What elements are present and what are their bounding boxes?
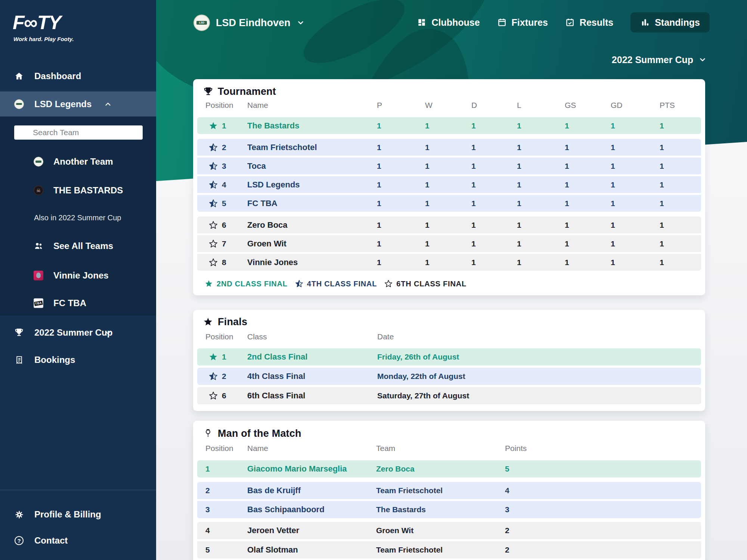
finals-row[interactable]: 66th Class FinalSaturday, 27th of August [197, 387, 701, 404]
finals-card-title: Finals [203, 316, 247, 328]
another-team-crest-icon [34, 157, 43, 167]
column-header: Points [505, 444, 527, 453]
tournament-row[interactable]: 8Vinnie Jones1111111 [197, 254, 701, 271]
help-icon: ? [14, 536, 24, 545]
final-class-cell: 4th Class Final [247, 368, 305, 385]
position-cell: 5 [222, 195, 226, 212]
stat-cell: 1 [377, 254, 381, 271]
sidebar-item-contact[interactable]: ? Contact [0, 531, 156, 550]
finals-row[interactable]: 24th Class FinalMonday, 22th of August [197, 368, 701, 385]
stat-cell: 1 [425, 117, 430, 134]
sidebar-item-bookings[interactable]: Bookings [0, 350, 156, 370]
column-header: Name [247, 101, 268, 110]
stat-cell: 1 [611, 217, 615, 233]
season-selector[interactable]: 2022 Summer Cup [612, 54, 707, 66]
class-star [209, 195, 218, 212]
sidebar-item-summer-cup[interactable]: 2022 Summer Cup [0, 323, 156, 342]
star-half-icon [209, 372, 218, 381]
column-header: Name [247, 444, 268, 453]
column-header: Team [376, 444, 395, 453]
motm-header-row: PositionNameTeamPoints [193, 444, 705, 455]
stat-cell: 1 [377, 117, 381, 134]
class-star [209, 176, 218, 193]
motm-row[interactable]: 4Jeroen VetterGroen Wit2 [197, 522, 701, 539]
final-date-cell: Friday, 26th of August [377, 348, 459, 365]
stat-cell: 1 [377, 139, 381, 156]
player-team-cell: Team Frietschotel [376, 482, 443, 499]
chevron-down-icon [104, 329, 112, 337]
stat-cell: 1 [425, 235, 430, 252]
nav-clubhouse[interactable]: Clubhouse [417, 12, 480, 32]
stat-cell: 1 [377, 235, 381, 252]
class-star [209, 117, 218, 134]
tournament-row[interactable]: 3Toca1111111 [197, 158, 701, 174]
sidebar-item-lsd-legends[interactable]: LSD Legends [0, 91, 156, 116]
lsd-legends-crest-icon [14, 99, 24, 109]
motm-row[interactable]: 5Olaf SlotmanTeam Frietschotel2 [197, 541, 701, 559]
sidebar-team-vinnie-jones[interactable]: Vinnie Jones [0, 267, 156, 284]
stat-cell: 1 [660, 158, 664, 174]
position-cell: 3 [205, 501, 210, 518]
tournament-row[interactable]: 4LSD Legends1111111 [197, 176, 701, 193]
stat-cell: 1 [660, 139, 664, 156]
motm-card-title: Man of the Match [203, 428, 301, 439]
star-half-icon [209, 199, 218, 208]
column-header: Position [205, 332, 233, 341]
stat-cell: 1 [565, 254, 569, 271]
app-logo: F∞TY [13, 11, 61, 34]
final-date-cell: Monday, 22th of August [377, 368, 465, 385]
search-team-input[interactable] [14, 125, 143, 140]
team-name-cell: The Bastards [247, 117, 299, 134]
finals-row[interactable]: 12nd Class FinalFriday, 26th of August [197, 348, 701, 365]
points-cell: 5 [505, 460, 509, 477]
sidebar-team-the-bastards[interactable]: ☠ THE BASTARDS [0, 181, 156, 199]
stat-cell: 1 [565, 235, 569, 252]
player-name-cell: Giacomo Mario Marseglia [247, 460, 347, 477]
class-star [209, 387, 218, 404]
legend-label: 2ND CLASS FINAL [217, 280, 288, 288]
sidebar-see-all-teams[interactable]: See All Teams [0, 237, 156, 255]
position-cell: 1 [222, 117, 226, 134]
stat-cell: 1 [425, 217, 430, 233]
stat-cell: 1 [611, 195, 615, 212]
star-outline-icon [209, 391, 218, 400]
motm-row[interactable]: 3Bas SchipaanboordThe Bastards3 [197, 501, 701, 518]
tournament-row[interactable]: 5FC TBA1111111 [197, 195, 701, 212]
sidebar-team-fc-tba[interactable]: TBA FC TBA [0, 294, 156, 312]
grid-icon [417, 18, 427, 27]
stat-cell: 1 [660, 235, 664, 252]
legend-item: 6TH CLASS FINAL [384, 280, 467, 288]
class-star [209, 254, 218, 271]
position-cell: 2 [205, 482, 210, 499]
nav-results[interactable]: Results [565, 12, 613, 32]
tournament-row[interactable]: 7Groen Wit1111111 [197, 235, 701, 252]
position-cell: 6 [222, 217, 226, 233]
player-name-cell: Jeroen Vetter [247, 522, 299, 539]
stat-cell: 1 [565, 176, 569, 193]
sidebar-team-another-team[interactable]: Another Team [0, 153, 156, 171]
stat-cell: 1 [425, 195, 430, 212]
player-team-cell: Zero Boca [376, 460, 415, 477]
class-star [209, 235, 218, 252]
sidebar-item-profile-billing[interactable]: Profile & Billing [0, 505, 156, 524]
nav-standings[interactable]: Standings [630, 12, 710, 32]
star-outline-icon [209, 221, 218, 230]
tournament-row[interactable]: 6Zero Boca1111111 [197, 217, 701, 233]
sidebar-item-dashboard[interactable]: Dashboard [0, 66, 156, 86]
fc-tba-crest-icon: TBA [34, 298, 43, 308]
tournament-row[interactable]: 2Team Frietschotel1111111 [197, 139, 701, 156]
final-class-cell: 6th Class Final [247, 387, 305, 404]
motm-row[interactable]: 1Giacomo Mario MarsegliaZero Boca5 [197, 460, 701, 477]
stat-cell: 1 [377, 176, 381, 193]
nav-fixtures[interactable]: Fixtures [497, 12, 548, 32]
club-selector[interactable]: LSD LSD Eindhoven [193, 14, 305, 31]
star-filled-icon [209, 121, 218, 130]
column-header: D [471, 101, 477, 110]
stat-cell: 1 [517, 139, 521, 156]
position-cell: 1 [222, 348, 226, 365]
club-crest-icon: LSD [193, 15, 210, 31]
star-outline-icon [209, 239, 218, 248]
motm-row[interactable]: 2Bas de KruijffTeam Frietschotel4 [197, 482, 701, 499]
class-star [209, 368, 218, 385]
tournament-row[interactable]: 1The Bastards1111111 [197, 117, 701, 134]
